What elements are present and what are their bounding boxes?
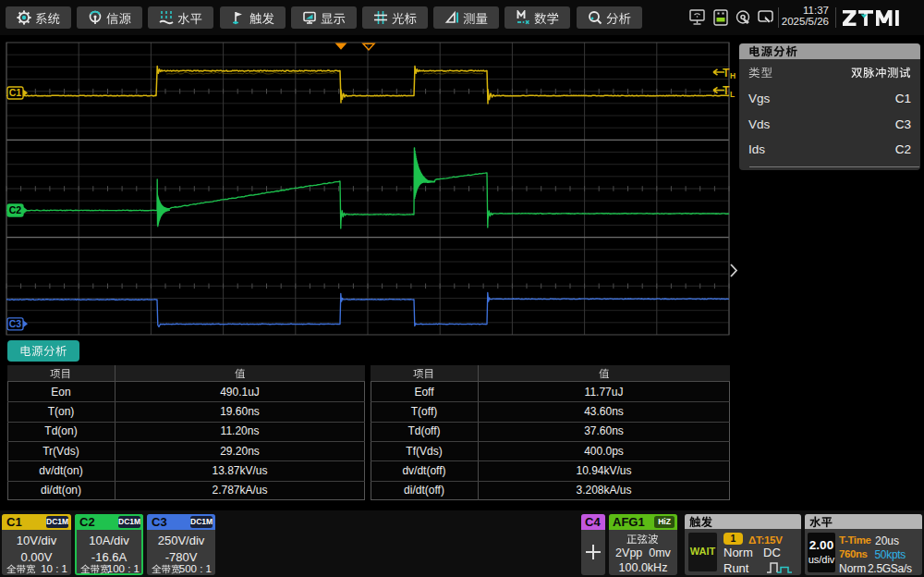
svg-text:C2: C2 [9,204,22,215]
svg-text:L: L [730,90,735,99]
svg-text:T: T [723,67,730,80]
svg-text:C3: C3 [9,318,22,329]
svg-text:H: H [730,71,736,80]
svg-text:T: T [723,84,730,97]
svg-text:C1: C1 [9,87,22,98]
